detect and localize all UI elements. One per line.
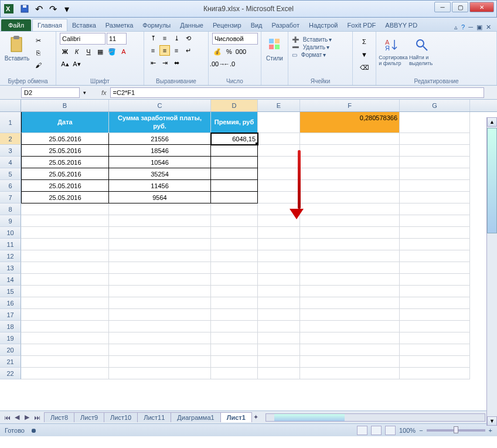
- cell[interactable]: [400, 344, 470, 356]
- sheet-tab[interactable]: Диаграмма1: [171, 412, 220, 422]
- scroll-thumb[interactable]: [487, 128, 497, 233]
- scroll-down-icon[interactable]: ▼: [487, 416, 497, 426]
- row-header[interactable]: 6: [0, 180, 21, 192]
- row-header[interactable]: 1: [0, 112, 21, 133]
- cell[interactable]: [211, 286, 258, 297]
- selected-cell[interactable]: 6048,15: [211, 133, 258, 145]
- cell[interactable]: [400, 133, 470, 145]
- sheet-tab[interactable]: Лист11: [137, 412, 171, 422]
- cell[interactable]: [21, 239, 109, 250]
- cell[interactable]: [109, 286, 211, 297]
- fill-handle[interactable]: [256, 142, 258, 145]
- ribbon-minimize-icon[interactable]: ▵: [454, 23, 458, 31]
- macro-record-icon[interactable]: ⏺: [30, 427, 37, 434]
- cell[interactable]: [400, 157, 470, 168]
- col-header-b[interactable]: B: [21, 100, 109, 111]
- vertical-scrollbar[interactable]: ▲ ▼: [486, 117, 497, 426]
- cell[interactable]: [258, 145, 300, 157]
- namebox-dropdown-icon[interactable]: ▾: [83, 90, 86, 96]
- cell[interactable]: [300, 286, 400, 297]
- cell[interactable]: [109, 309, 211, 321]
- cell[interactable]: [21, 227, 109, 239]
- cell[interactable]: [300, 262, 400, 274]
- cell[interactable]: [258, 368, 300, 379]
- close-button[interactable]: ✕: [469, 2, 494, 12]
- cell-sum[interactable]: 18546: [109, 145, 211, 157]
- help-icon[interactable]: ?: [461, 23, 465, 31]
- header-premium[interactable]: Премия, руб: [211, 112, 258, 133]
- header-sum[interactable]: Сумма заработной платы, руб.: [109, 112, 211, 133]
- row-header[interactable]: 19: [0, 332, 21, 344]
- cell[interactable]: [400, 274, 470, 286]
- align-top-icon[interactable]: ⤒: [148, 33, 158, 43]
- row-header[interactable]: 17: [0, 309, 21, 321]
- sort-filter-button[interactable]: АЯ Сортировка и фильтр: [380, 33, 407, 67]
- align-center-icon[interactable]: ≡: [159, 45, 170, 56]
- tab-addins[interactable]: Надстрой: [304, 19, 342, 31]
- cell[interactable]: [21, 215, 109, 227]
- cell[interactable]: [300, 368, 400, 379]
- decrease-font-icon[interactable]: A▾: [72, 59, 82, 69]
- view-break-icon[interactable]: [385, 426, 396, 435]
- cell[interactable]: [300, 274, 400, 286]
- qat-dropdown-icon[interactable]: ▾: [60, 2, 73, 15]
- row-header[interactable]: 15: [0, 286, 21, 297]
- thousands-icon[interactable]: 000: [236, 46, 246, 57]
- cell[interactable]: [258, 133, 300, 145]
- cells-delete-button[interactable]: Удалить: [303, 44, 325, 50]
- cell-sum[interactable]: 10546: [109, 157, 211, 168]
- row-header[interactable]: 21: [0, 356, 21, 368]
- cell[interactable]: [258, 332, 300, 344]
- row-header[interactable]: 8: [0, 203, 21, 215]
- cell[interactable]: [211, 356, 258, 368]
- cells-insert-icon[interactable]: ➕: [292, 36, 299, 43]
- col-header-f[interactable]: F: [300, 100, 400, 111]
- currency-icon[interactable]: 💰: [212, 46, 223, 57]
- cell[interactable]: [258, 239, 300, 250]
- cell[interactable]: [258, 274, 300, 286]
- maximize-button[interactable]: ▢: [452, 2, 468, 12]
- cell[interactable]: [109, 227, 211, 239]
- cell[interactable]: [109, 215, 211, 227]
- cell[interactable]: [400, 321, 470, 332]
- cell[interactable]: [400, 262, 470, 274]
- sheet-nav-first-icon[interactable]: ⏮: [2, 413, 12, 422]
- fx-icon[interactable]: fx: [101, 89, 107, 96]
- row-header[interactable]: 9: [0, 215, 21, 227]
- redo-icon[interactable]: ↷: [46, 2, 59, 15]
- align-right-icon[interactable]: ≡: [171, 45, 182, 56]
- cell[interactable]: [21, 356, 109, 368]
- cell[interactable]: [21, 309, 109, 321]
- cell[interactable]: [300, 344, 400, 356]
- cell[interactable]: [258, 356, 300, 368]
- percent-icon[interactable]: %: [224, 46, 234, 57]
- cell[interactable]: [21, 286, 109, 297]
- cell[interactable]: [258, 203, 300, 215]
- cell[interactable]: [300, 145, 400, 157]
- cell-premium[interactable]: [211, 168, 258, 180]
- cell[interactable]: [258, 180, 300, 192]
- row-header[interactable]: 3: [0, 145, 21, 157]
- cell[interactable]: [211, 321, 258, 332]
- cell[interactable]: [400, 286, 470, 297]
- cell[interactable]: [21, 297, 109, 309]
- tab-insert[interactable]: Вставка: [67, 19, 101, 31]
- wrap-text-icon[interactable]: ↵: [183, 45, 193, 56]
- cell[interactable]: [21, 368, 109, 379]
- sheet-tab[interactable]: Лист9: [74, 412, 104, 422]
- fill-icon[interactable]: ▼: [359, 49, 370, 60]
- cell[interactable]: [300, 133, 400, 145]
- cell[interactable]: [211, 239, 258, 250]
- row-header[interactable]: 7: [0, 192, 21, 203]
- cell[interactable]: [400, 368, 470, 379]
- horizontal-scrollbar[interactable]: [265, 413, 485, 422]
- cell[interactable]: [300, 250, 400, 262]
- row-header[interactable]: 5: [0, 168, 21, 180]
- cell[interactable]: [300, 180, 400, 192]
- autosum-icon[interactable]: Σ: [359, 36, 370, 47]
- increase-decimal-icon[interactable]: .00→: [212, 59, 223, 69]
- cell-date[interactable]: 25.05.2016: [21, 192, 109, 203]
- copy-icon[interactable]: ⎘: [33, 47, 43, 58]
- italic-icon[interactable]: К: [72, 46, 82, 57]
- cell[interactable]: [300, 297, 400, 309]
